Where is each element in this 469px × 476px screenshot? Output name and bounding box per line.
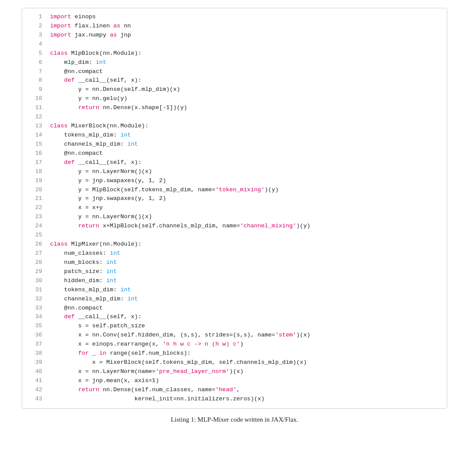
line-code: y = jnp.swapaxes(y, 1, 2): [48, 194, 447, 203]
line-code: num_classes: int: [48, 249, 447, 258]
line-code: import flax.linen as nn: [48, 22, 447, 31]
table-row: 31 tokens_mlp_dim: int: [22, 286, 447, 295]
line-number: 31: [22, 286, 48, 295]
line-number: 10: [22, 94, 48, 103]
line-code: mlp_dim: int: [48, 58, 447, 67]
line-number: 7: [22, 67, 48, 77]
table-row: 24 return x+MlpBlock(self.channels_mlp_d…: [22, 222, 447, 231]
line-code: y = nn.LayerNorm()(x): [48, 213, 447, 222]
table-row: 37 x = einops.rearrange(x, 'n h w c -> n…: [22, 340, 447, 349]
line-code: def __call__(self, x):: [48, 313, 447, 322]
line-number: 18: [22, 167, 48, 176]
line-number: 38: [22, 349, 48, 358]
line-code: def __call__(self, x):: [48, 76, 447, 85]
table-row: 41 x = jnp.mean(x, axis=1): [22, 376, 447, 386]
line-number: 14: [22, 131, 48, 140]
line-number: 2: [22, 22, 48, 31]
line-code: @nn.compact: [48, 67, 447, 77]
line-number: 20: [22, 186, 48, 195]
line-code: for _ in range(self.num_blocks):: [48, 349, 447, 358]
table-row: 22 x = x+y: [22, 203, 447, 213]
line-number: 42: [22, 386, 48, 395]
line-code: [48, 113, 447, 122]
line-number: 21: [22, 194, 48, 203]
line-number: 37: [22, 340, 48, 349]
line-number: 39: [22, 358, 48, 367]
line-number: 22: [22, 203, 48, 213]
line-number: 16: [22, 149, 48, 158]
table-row: 18 y = nn.LayerNorm()(x): [22, 167, 447, 176]
line-code: tokens_mlp_dim: int: [48, 286, 447, 295]
line-code: [48, 231, 447, 240]
line-number: 11: [22, 103, 48, 113]
line-number: 28: [22, 258, 48, 267]
line-number: 40: [22, 367, 48, 376]
line-number: 6: [22, 58, 48, 67]
line-number: 36: [22, 331, 48, 340]
table-row: 23 y = nn.LayerNorm()(x): [22, 213, 447, 222]
table-row: 25: [22, 231, 447, 240]
line-code: class MlpBlock(nn.Module):: [48, 49, 447, 58]
line-number: 9: [22, 85, 48, 94]
line-code: x = jnp.mean(x, axis=1): [48, 376, 447, 386]
line-code: channels_mlp_dim: int: [48, 140, 447, 149]
line-code: import jax.numpy as jnp: [48, 31, 447, 40]
table-row: 26class MlpMixer(nn.Module):: [22, 240, 447, 249]
table-row: 27 num_classes: int: [22, 249, 447, 258]
line-code: tokens_mlp_dim: int: [48, 131, 447, 140]
line-code: hidden_dim: int: [48, 276, 447, 286]
table-row: 17 def __call__(self, x):: [22, 158, 447, 167]
table-row: 16 @nn.compact: [22, 149, 447, 158]
line-number: 34: [22, 313, 48, 322]
table-row: 30 hidden_dim: int: [22, 276, 447, 286]
line-code: x = einops.rearrange(x, 'n h w c -> n (h…: [48, 340, 447, 349]
line-code: return nn.Dense(x.shape[-1])(y): [48, 103, 447, 113]
table-row: 12: [22, 113, 447, 122]
line-number: 17: [22, 158, 48, 167]
line-code: @nn.compact: [48, 304, 447, 313]
line-code: s = self.patch_size: [48, 322, 447, 331]
table-row: 10 y = nn.gelu(y): [22, 94, 447, 103]
table-row: 15 channels_mlp_dim: int: [22, 140, 447, 149]
line-code: y = nn.gelu(y): [48, 94, 447, 103]
table-row: 35 s = self.patch_size: [22, 322, 447, 331]
line-code: x = nn.Conv(self.hidden_dim, (s,s), stri…: [48, 331, 447, 340]
line-code: class MixerBlock(nn.Module):: [48, 122, 447, 131]
table-row: 14 tokens_mlp_dim: int: [22, 131, 447, 140]
line-code: kernel_init=nn.initializers.zeros)(x): [48, 395, 447, 404]
line-code: y = nn.LayerNorm()(x): [48, 167, 447, 176]
line-code: def __call__(self, x):: [48, 158, 447, 167]
line-number: 30: [22, 276, 48, 286]
line-number: 15: [22, 140, 48, 149]
line-number: 29: [22, 267, 48, 276]
table-row: 13class MixerBlock(nn.Module):: [22, 122, 447, 131]
table-row: 40 x = nn.LayerNorm(name='pre_head_layer…: [22, 367, 447, 376]
table-row: 5class MlpBlock(nn.Module):: [22, 49, 447, 58]
table-row: 11 return nn.Dense(x.shape[-1])(y): [22, 103, 447, 113]
line-number: 32: [22, 295, 48, 304]
line-code: @nn.compact: [48, 149, 447, 158]
line-number: 33: [22, 304, 48, 313]
line-number: 13: [22, 122, 48, 131]
table-row: 29 patch_size: int: [22, 267, 447, 276]
table-row: 19 y = jnp.swapaxes(y, 1, 2): [22, 176, 447, 186]
line-number: 25: [22, 231, 48, 240]
line-code: patch_size: int: [48, 267, 447, 276]
table-row: 33 @nn.compact: [22, 304, 447, 313]
line-number: 19: [22, 176, 48, 186]
table-row: 8 def __call__(self, x):: [22, 76, 447, 85]
table-row: 4: [22, 40, 447, 49]
line-number: 26: [22, 240, 48, 249]
table-row: 39 x = MixerBlock(self.tokens_mlp_dim, s…: [22, 358, 447, 367]
table-row: 36 x = nn.Conv(self.hidden_dim, (s,s), s…: [22, 331, 447, 340]
line-code: num_blocks: int: [48, 258, 447, 267]
table-row: 9 y = nn.Dense(self.mlp_dim)(x): [22, 85, 447, 94]
line-number: 3: [22, 31, 48, 40]
line-code: class MlpMixer(nn.Module):: [48, 240, 447, 249]
line-number: 24: [22, 222, 48, 231]
table-row: 43 kernel_init=nn.initializers.zeros)(x): [22, 395, 447, 404]
line-code: channels_mlp_dim: int: [48, 295, 447, 304]
table-row: 34 def __call__(self, x):: [22, 313, 447, 322]
line-code: return nn.Dense(self.num_classes, name='…: [48, 386, 447, 395]
line-code: [48, 40, 447, 49]
